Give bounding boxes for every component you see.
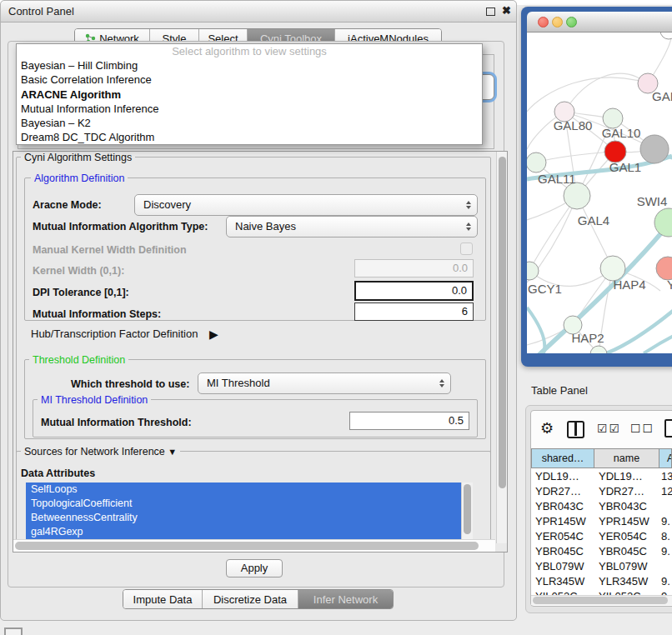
node-gal4[interactable]	[564, 182, 590, 209]
table-cell[interactable]: YBR043C	[535, 499, 594, 514]
apply-button[interactable]: Apply	[226, 559, 283, 578]
list-scrollbar[interactable]	[461, 482, 473, 539]
column-header-partial[interactable]: A	[659, 448, 672, 468]
node-gray[interactable]	[640, 135, 669, 163]
aracne-mode-combo[interactable]: Discovery	[134, 194, 478, 216]
table-cell[interactable]: YBL079W	[599, 559, 657, 574]
group-title: Cyni Algorithm Settings	[21, 152, 135, 163]
table-cell[interactable]: YER054C	[599, 529, 657, 544]
minimize-window-icon[interactable]	[552, 17, 563, 28]
scrollbar-thumb[interactable]	[15, 542, 479, 550]
table-cell[interactable]: 9.	[661, 514, 672, 529]
scrollbar-thumb[interactable]	[533, 597, 668, 604]
node-label: HAP4	[613, 278, 645, 292]
deselect-all-columns-icon[interactable]: ☐☐	[630, 422, 654, 435]
node-gcy1[interactable]	[527, 262, 539, 280]
table-cell[interactable]: YDL19…	[599, 469, 657, 484]
expand-arrow-icon[interactable]: ▶	[209, 328, 218, 341]
table-cell[interactable]: 12	[661, 484, 672, 499]
tab-label: Impute Data	[133, 593, 193, 606]
table-cell[interactable]: 9.	[661, 544, 672, 559]
float-window-icon[interactable]	[486, 8, 495, 16]
mi-threshold-field[interactable]: 0.5	[349, 412, 469, 430]
sources-title: Sources for Network Inference	[24, 446, 165, 458]
group-title: Sources for Network Inference ▼	[21, 446, 180, 458]
manual-kernel-checkbox[interactable]	[460, 242, 473, 255]
column-header-shared-name[interactable]: shared…	[531, 448, 594, 468]
collapse-arrow-icon[interactable]: ▼	[168, 447, 177, 457]
manual-kernel-label: Manual Kernel Width Definition	[33, 244, 187, 256]
list-item-selected[interactable]: TopologicalCoefficient	[26, 497, 461, 511]
node-label: GAL11	[538, 172, 576, 186]
dropdown-item[interactable]: Bayesian – K2	[17, 116, 482, 130]
dpi-tolerance-field[interactable]: 0.0	[354, 281, 474, 301]
table-cell[interactable]: YBR043C	[599, 499, 657, 514]
table-cell[interactable]: YBR045C	[535, 544, 594, 559]
settings-horizontal-scrollbar[interactable]	[13, 539, 495, 552]
network-canvas[interactable]: GAL GAL80 GAL10 GAL1 GAL11 GAL4 SWI4 GCY…	[527, 32, 672, 353]
table-cell[interactable]: YIL052C	[535, 589, 594, 595]
mi-steps-label: Mutual Information Steps:	[33, 308, 161, 320]
close-window-icon[interactable]	[538, 17, 549, 28]
network-labels: GAL GAL80 GAL10 GAL1 GAL11 GAL4 SWI4 GCY…	[528, 89, 672, 345]
select-all-columns-icon[interactable]: ☑☑	[597, 422, 621, 435]
table-cell[interactable]: 8.	[661, 529, 672, 544]
scrollbar-thumb[interactable]	[464, 484, 471, 534]
mi-steps-field[interactable]: 6	[354, 302, 474, 321]
table-cell[interactable]: YER054C	[535, 529, 594, 544]
dropdown-item[interactable]: Mutual Information Inference	[17, 102, 482, 116]
node-salmon[interactable]	[656, 257, 672, 280]
list-item-selected[interactable]: SelfLoops	[26, 482, 461, 497]
node[interactable]	[660, 32, 672, 39]
zoom-window-icon[interactable]	[566, 17, 577, 28]
minimized-panel-chip[interactable]	[4, 628, 23, 635]
table-cell[interactable]: YPR145W	[535, 514, 594, 529]
table-cell[interactable]: YLR345W	[535, 574, 594, 589]
control-panel-titlebar[interactable]: Control Panel ✖	[1, 1, 516, 22]
kernel-width-field[interactable]: 0.0	[354, 259, 474, 278]
gear-icon[interactable]: ⚙	[540, 419, 554, 438]
table-cell[interactable]: 9.	[661, 589, 672, 595]
table-cell[interactable]: 13	[661, 469, 672, 484]
table-cell[interactable]: YLR345W	[599, 574, 657, 589]
table-cell[interactable]: YDR27…	[535, 484, 594, 499]
new-column-icon[interactable]	[664, 419, 672, 438]
cyni-bottom-tabbar: Impute Data Discretize Data Infer Networ…	[123, 589, 394, 609]
dpi-tolerance-label: DPI Tolerance [0,1]:	[33, 287, 129, 298]
node-gal11[interactable]	[527, 152, 546, 172]
network-graph: GAL GAL80 GAL10 GAL1 GAL11 GAL4 SWI4 GCY…	[527, 32, 672, 353]
table-rows-viewport: YDL19… YDL19… 13 YDR27… YDR27… 12 YBR043…	[531, 468, 672, 595]
close-panel-icon[interactable]: ✖	[502, 4, 511, 17]
table-cell[interactable]: YDL19…	[535, 469, 594, 484]
table-cell[interactable]: 9.	[661, 574, 672, 589]
which-threshold-combo[interactable]: MI Threshold	[198, 372, 451, 394]
table-cell[interactable]: YDR27…	[599, 484, 657, 499]
aracne-mode-label: Aracne Mode:	[33, 199, 102, 211]
settings-vertical-scrollbar[interactable]	[496, 152, 507, 543]
hub-section-label[interactable]: Hub/Transcription Factor Definition	[31, 328, 198, 340]
scrollbar-thumb[interactable]	[499, 157, 506, 488]
tab-impute-data[interactable]: Impute Data	[123, 590, 203, 608]
data-attributes-list: SelfLoops TopologicalCoefficient Between…	[26, 482, 461, 539]
dropdown-item[interactable]: Dream8 DC_TDC Algorithm	[17, 130, 482, 144]
table-horizontal-scrollbar[interactable]	[531, 595, 672, 605]
node-swi4[interactable]	[654, 208, 672, 237]
list-item-selected[interactable]: gal4RGexp	[26, 525, 461, 539]
column-header-name[interactable]: name	[594, 448, 659, 468]
tab-infer-network[interactable]: Infer Network	[298, 590, 393, 608]
table-cell[interactable]: YPR145W	[599, 514, 657, 529]
dropdown-item[interactable]: Basic Correlation Inference	[17, 72, 482, 87]
dropdown-item-selected[interactable]: ARACNE Algorithm	[17, 88, 482, 102]
screen: Control Panel ✖ Network Style Select Cyn…	[0, 0, 672, 635]
table-cell[interactable]: YBL079W	[535, 559, 594, 574]
mi-type-combo[interactable]: Naive Bayes	[226, 216, 478, 238]
split-columns-icon[interactable]	[567, 421, 584, 438]
network-window-titlebar[interactable]	[527, 12, 672, 32]
table-cell[interactable]: YIL052C	[599, 589, 657, 595]
table-cell[interactable]: YBR045C	[599, 544, 657, 559]
node-label: GAL10	[602, 126, 641, 140]
dropdown-item[interactable]: Bayesian – Hill Climbing	[17, 58, 482, 72]
list-item-selected[interactable]: BetweennessCentrality	[26, 511, 461, 525]
node-label: GAL4	[578, 213, 609, 228]
tab-discretize-data[interactable]: Discretize Data	[203, 590, 298, 608]
